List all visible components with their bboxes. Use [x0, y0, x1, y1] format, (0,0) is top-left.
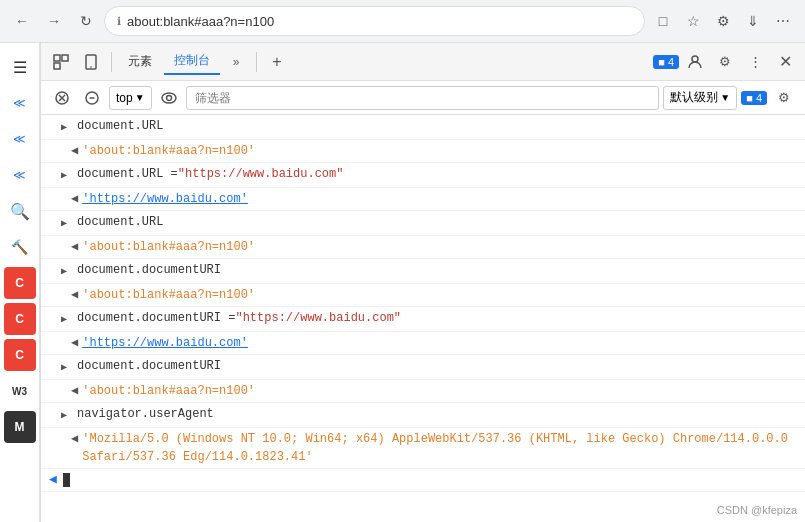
console-eye-btn[interactable] — [156, 86, 182, 110]
console-out-4[interactable]: 'https://www.baidu.com' — [82, 190, 248, 208]
console-line-6: ◀ 'about:blank#aaa?n=n100' — [41, 236, 805, 259]
console-line-3: ▶ document.URL = "https://www.baidu.com" — [41, 163, 805, 188]
dt-inspect-btn[interactable] — [47, 49, 75, 75]
dt-settings-btn[interactable]: ⚙ — [711, 49, 739, 75]
console-line-12: ◀ 'about:blank#aaa?n=n100' — [41, 380, 805, 403]
address-bar[interactable]: ℹ about:blank#aaa?n=n100 — [104, 6, 645, 36]
browser-chrome: ← → ↻ ℹ about:blank#aaa?n=n100 □ ☆ ⚙ ⇓ ⋯ — [0, 0, 805, 43]
output-arrow-10: ◀ — [71, 334, 78, 352]
forward-button[interactable]: → — [40, 7, 68, 35]
console-val-3: "https://www.baidu.com" — [178, 165, 344, 183]
console-cmd-3: document.URL = — [77, 165, 178, 183]
dt-user-btn[interactable] — [681, 49, 709, 75]
expand-arrow-3[interactable]: ▶ — [61, 167, 73, 185]
main-layout: ☰ ≪ ≪ ≪ 🔍 🔨 C C C W3 M 元素 控制台 » — [0, 43, 805, 522]
refresh-button[interactable]: ↻ — [72, 7, 100, 35]
watermark: CSDN @kfepiza — [717, 504, 797, 516]
dt-close-btn[interactable]: ✕ — [771, 49, 799, 75]
console-toolbar: top ▼ 默认级别 ▼ ■ 4 ⚙ — [41, 81, 805, 115]
dt-separator2 — [256, 52, 257, 72]
context-selector[interactable]: top ▼ — [109, 86, 152, 110]
console-input-line: ◀ — [41, 469, 805, 492]
dt-overflow-btn[interactable]: ⋮ — [741, 49, 769, 75]
expand-arrow-9[interactable]: ▶ — [61, 311, 73, 329]
svg-point-4 — [90, 66, 92, 68]
console-settings-btn[interactable]: ⚙ — [771, 86, 797, 110]
menu-button[interactable]: ⋯ — [769, 7, 797, 35]
expand-arrow-7[interactable]: ▶ — [61, 263, 73, 281]
console-out-6: 'about:blank#aaa?n=n100' — [82, 238, 255, 256]
dt-add-panel[interactable]: + — [263, 49, 291, 75]
expand-arrow-11[interactable]: ▶ — [61, 359, 73, 377]
extensions-button[interactable]: ⚙ — [709, 7, 737, 35]
console-clear-btn[interactable] — [49, 86, 75, 110]
devtools-tabbar: 元素 控制台 » + ■ 4 ⚙ ⋮ ✕ — [41, 43, 805, 81]
sidebar-icon-c2[interactable]: C — [4, 303, 36, 335]
sidebar-icon-arrows2[interactable]: ≪ — [4, 123, 36, 155]
sidebar-icon-arrows1[interactable]: ≪ — [4, 87, 36, 119]
output-arrow-6: ◀ — [71, 238, 78, 256]
sidebar-icon-arrows3[interactable]: ≪ — [4, 159, 36, 191]
nav-actions: □ ☆ ⚙ ⇓ ⋯ — [649, 7, 797, 35]
console-line-5: ▶ document.URL — [41, 211, 805, 236]
output-arrow-8: ◀ — [71, 286, 78, 304]
console-cmd-13: navigator.userAgent — [77, 405, 214, 423]
console-cmd-11: document.documentURI — [77, 357, 221, 375]
console-cmd-9: document.documentURI = — [77, 309, 235, 327]
console-output: ▶ document.URL ◀ 'about:blank#aaa?n=n100… — [41, 115, 805, 522]
console-line-14: ◀ 'Mozilla/5.0 (Windows NT 10.0; Win64; … — [41, 428, 805, 469]
sidebar-icon-c3[interactable]: C — [4, 339, 36, 371]
sidebar: ☰ ≪ ≪ ≪ 🔍 🔨 C C C W3 M — [0, 43, 40, 522]
devtools-panel: 元素 控制台 » + ■ 4 ⚙ ⋮ ✕ — [40, 43, 805, 522]
tab-button[interactable]: □ — [649, 7, 677, 35]
console-out-14: 'Mozilla/5.0 (Windows NT 10.0; Win64; x6… — [82, 430, 797, 466]
tab-console[interactable]: 控制台 — [164, 49, 220, 75]
info-icon: ℹ — [117, 15, 121, 28]
expand-arrow-13[interactable]: ▶ — [61, 407, 73, 425]
console-line-2: ◀ 'about:blank#aaa?n=n100' — [41, 140, 805, 163]
console-cmd-7: document.documentURI — [77, 261, 221, 279]
sidebar-icon-w3[interactable]: W3 — [4, 375, 36, 407]
console-out-12: 'about:blank#aaa?n=n100' — [82, 382, 255, 400]
console-line-8: ◀ 'about:blank#aaa?n=n100' — [41, 284, 805, 307]
output-arrow-4: ◀ — [71, 190, 78, 208]
prompt-icon: ◀ — [49, 471, 57, 489]
sidebar-icon-m[interactable]: M — [4, 411, 36, 443]
console-line-1: ▶ document.URL — [41, 115, 805, 140]
sidebar-icon-search[interactable]: 🔍 — [4, 195, 36, 227]
console-line-4: ◀ 'https://www.baidu.com' — [41, 188, 805, 211]
tab-elements[interactable]: 元素 — [118, 49, 162, 75]
dt-device-btn[interactable] — [77, 49, 105, 75]
star-button[interactable]: ☆ — [679, 7, 707, 35]
expand-arrow-1[interactable]: ▶ — [61, 119, 73, 137]
expand-arrow-5[interactable]: ▶ — [61, 215, 73, 233]
nav-bar: ← → ↻ ℹ about:blank#aaa?n=n100 □ ☆ ⚙ ⇓ ⋯ — [0, 0, 805, 42]
sidebar-icon-tool[interactable]: 🔨 — [4, 231, 36, 263]
svg-point-12 — [166, 95, 171, 100]
sidebar-icon-menu[interactable]: ☰ — [4, 51, 36, 83]
console-val-9: "https://www.baidu.com" — [235, 309, 401, 327]
console-filter-input[interactable] — [186, 86, 660, 110]
console-out-10[interactable]: 'https://www.baidu.com' — [82, 334, 248, 352]
output-arrow-14: ◀ — [71, 430, 78, 448]
svg-rect-1 — [62, 55, 68, 61]
output-arrow-2: ◀ — [71, 142, 78, 160]
dt-message-badge: ■ 4 — [653, 55, 679, 69]
console-out-2: 'about:blank#aaa?n=n100' — [82, 142, 255, 160]
console-line-13: ▶ navigator.userAgent — [41, 403, 805, 428]
console-line-10: ◀ 'https://www.baidu.com' — [41, 332, 805, 355]
log-level-selector[interactable]: 默认级别 ▼ — [663, 86, 737, 110]
output-arrow-12: ◀ — [71, 382, 78, 400]
console-line-7: ▶ document.documentURI — [41, 259, 805, 284]
console-cmd-5: document.URL — [77, 213, 163, 231]
console-line-11: ▶ document.documentURI — [41, 355, 805, 380]
console-cmd-1: document.URL — [77, 117, 163, 135]
console-filter-btn[interactable] — [79, 86, 105, 110]
console-message-badge: ■ 4 — [741, 91, 767, 105]
dt-more-tabs[interactable]: » — [222, 49, 250, 75]
sidebar-icon-c1[interactable]: C — [4, 267, 36, 299]
downloads-button[interactable]: ⇓ — [739, 7, 767, 35]
svg-point-11 — [162, 93, 176, 103]
svg-point-5 — [692, 56, 698, 62]
back-button[interactable]: ← — [8, 7, 36, 35]
